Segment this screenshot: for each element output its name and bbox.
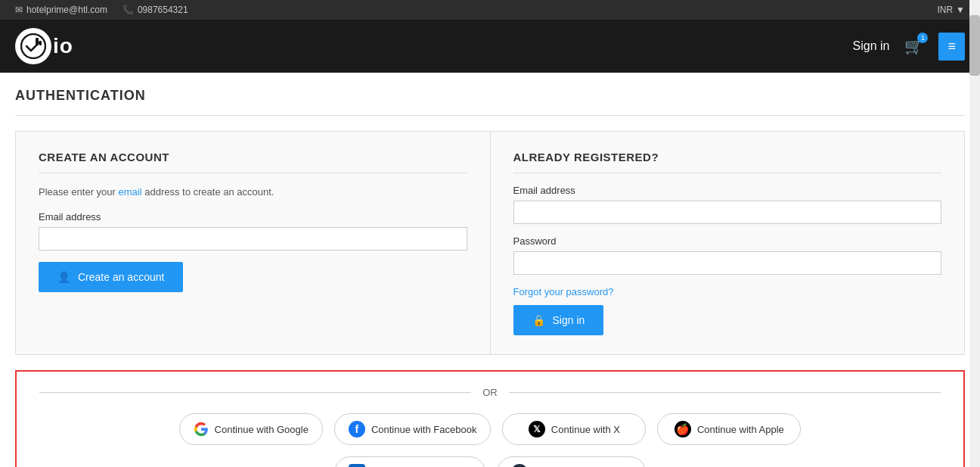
chevron-down-icon: ▼: [956, 5, 965, 15]
email-address: hotelprime@htl.com: [26, 5, 107, 15]
cart-badge: 1: [917, 33, 928, 43]
create-account-title: CREATE AN ACCOUNT: [39, 151, 467, 173]
logo-checkmark-icon: [20, 33, 46, 59]
signin-link[interactable]: Sign in: [853, 39, 890, 53]
apple-login-button[interactable]: 🍎 Continue with Apple: [657, 413, 801, 445]
svg-rect-2: [39, 41, 42, 45]
create-account-panel: CREATE AN ACCOUNT Please enter your emai…: [15, 131, 490, 355]
create-email-label: Email address: [39, 211, 467, 223]
google-login-button[interactable]: Continue with Google: [179, 413, 323, 445]
create-account-description: Please enter your email address to creat…: [39, 185, 467, 200]
facebook-label: Continue with Facebook: [371, 424, 476, 435]
currency-label: INR: [937, 5, 953, 15]
scrollbar-thumb[interactable]: [969, 15, 980, 76]
topbar: ✉ hotelprime@htl.com 📞 0987654321 INR ▼: [0, 0, 980, 20]
signin-label: Sign in: [553, 314, 585, 326]
amazon-login-button[interactable]: a Continue with Amazon: [497, 456, 646, 467]
create-account-label: Create an account: [78, 271, 164, 283]
phone-icon: 📞: [122, 5, 134, 15]
x-label: Continue with X: [551, 424, 620, 435]
lock-icon: 🔒: [532, 314, 545, 326]
forms-row: CREATE AN ACCOUNT Please enter your emai…: [15, 131, 965, 355]
linkedin-icon: in: [349, 464, 365, 467]
email-link[interactable]: email: [119, 186, 142, 198]
apple-label: Continue with Apple: [697, 424, 784, 435]
navbar: io Sign in 🛒 1 ≡: [0, 20, 980, 73]
svg-point-0: [21, 34, 45, 58]
nav-right: Sign in 🛒 1 ≡: [853, 33, 965, 61]
social-row-2: in Continue with LinkedIn a Continue wit…: [39, 456, 941, 467]
or-label: OR: [482, 387, 498, 398]
linkedin-login-button[interactable]: in Continue with LinkedIn: [334, 456, 485, 467]
svg-rect-1: [36, 38, 39, 45]
person-icon: 👤: [57, 271, 70, 283]
login-email-label: Email address: [513, 185, 942, 196]
google-icon: [194, 422, 209, 437]
x-icon: 𝕏: [529, 421, 545, 437]
hamburger-menu-button[interactable]: ≡: [938, 33, 965, 61]
cart-container[interactable]: 🛒 1: [904, 37, 923, 55]
login-password-label: Password: [513, 235, 942, 247]
email-contact: ✉ hotelprime@htl.com: [15, 5, 107, 15]
auth-divider: [15, 115, 965, 116]
login-email-input[interactable]: [513, 201, 942, 224]
create-account-button[interactable]: 👤 Create an account: [39, 262, 183, 292]
forgot-password-link[interactable]: Forgot your password?: [513, 286, 942, 297]
amazon-icon: a: [511, 464, 528, 467]
create-email-input[interactable]: [39, 227, 467, 251]
main-content: AUTHENTICATION CREATE AN ACCOUNT Please …: [0, 73, 980, 467]
social-login-section: OR Continue with Google f Continue wi: [15, 370, 965, 467]
social-row-1: Continue with Google f Continue with Fac…: [39, 413, 941, 445]
email-icon: ✉: [15, 5, 23, 15]
scrollbar[interactable]: [969, 0, 980, 467]
signin-button[interactable]: 🔒 Sign in: [513, 305, 604, 335]
facebook-icon: f: [349, 421, 365, 437]
logo[interactable]: io: [15, 28, 73, 64]
login-password-input[interactable]: [513, 251, 942, 275]
logo-text: io: [53, 34, 73, 58]
facebook-login-button[interactable]: f Continue with Facebook: [334, 413, 491, 445]
apple-icon: 🍎: [675, 421, 691, 437]
page-title: AUTHENTICATION: [15, 88, 965, 104]
phone-number: 0987654321: [138, 5, 188, 15]
login-panel-title: ALREADY REGISTERED?: [513, 151, 942, 173]
x-login-button[interactable]: 𝕏 Continue with X: [502, 413, 646, 445]
login-panel: ALREADY REGISTERED? Email address Passwo…: [490, 131, 966, 355]
currency-selector[interactable]: INR ▼: [937, 5, 965, 15]
topbar-left: ✉ hotelprime@htl.com 📞 0987654321: [15, 5, 188, 15]
phone-contact: 📞 0987654321: [122, 5, 188, 15]
logo-circle: [15, 28, 51, 64]
or-divider: OR: [39, 387, 941, 398]
google-label: Continue with Google: [215, 424, 309, 435]
